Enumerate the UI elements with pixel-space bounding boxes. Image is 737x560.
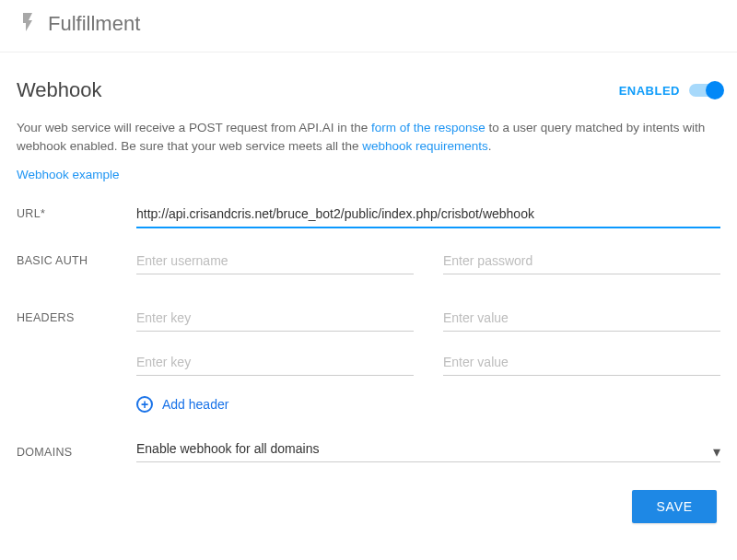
add-header-button[interactable]: + Add header bbox=[136, 396, 720, 413]
enabled-toggle[interactable] bbox=[689, 84, 720, 97]
header-key-input-1[interactable] bbox=[136, 306, 414, 332]
lightning-icon bbox=[17, 11, 48, 37]
url-label: URL* bbox=[17, 202, 136, 220]
domains-label: DOMAINS bbox=[17, 440, 136, 459]
webhook-example-link[interactable]: Webhook example bbox=[17, 168, 120, 181]
page-title: Fulfillment bbox=[48, 12, 140, 36]
username-input[interactable] bbox=[136, 249, 414, 274]
enabled-label: ENABLED bbox=[619, 84, 680, 98]
basic-auth-label: BASIC AUTH bbox=[17, 249, 136, 267]
headers-label: HEADERS bbox=[17, 306, 136, 324]
section-title: Webhook bbox=[17, 78, 102, 102]
header-key-input-2[interactable] bbox=[136, 350, 414, 376]
plus-circle-icon: + bbox=[136, 396, 153, 413]
password-input[interactable] bbox=[443, 249, 720, 274]
url-input[interactable] bbox=[136, 202, 720, 228]
header-value-input-2[interactable] bbox=[443, 350, 720, 376]
webhook-requirements-link[interactable]: webhook requirements bbox=[362, 139, 488, 153]
domains-select[interactable]: Enable webhook for all domains bbox=[136, 437, 720, 462]
chevron-down-icon: ▾ bbox=[713, 443, 720, 461]
header-value-input-1[interactable] bbox=[443, 306, 720, 332]
save-button[interactable]: SAVE bbox=[632, 490, 717, 523]
section-description: Your web service will receive a POST req… bbox=[17, 119, 720, 157]
form-of-response-link[interactable]: form of the response bbox=[371, 121, 485, 134]
